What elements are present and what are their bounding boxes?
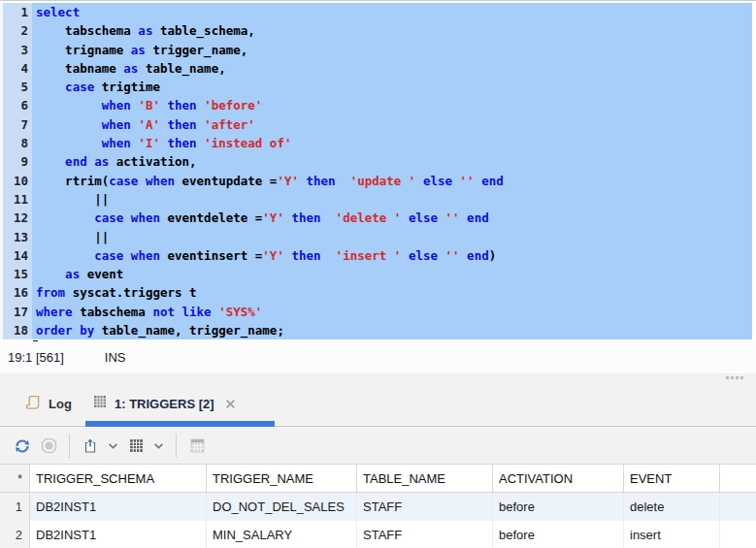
code-text: ||	[32, 190, 752, 209]
line-number: 4	[0, 59, 32, 78]
code-text: order by table_name, trigger_name;	[32, 321, 752, 339]
app-window: 1select2 tabschema as table_schema,3 tri…	[0, 0, 756, 548]
active-tab-underline	[85, 421, 275, 427]
table-cell[interactable]: MIN_SALARY	[207, 521, 357, 548]
line-number: 2	[0, 21, 32, 40]
editor-line[interactable]: 6 when 'B' then 'before'	[0, 96, 752, 114]
editor-line[interactable]: 13 ||	[0, 228, 752, 246]
code-text: from syscat.triggers t	[32, 283, 752, 302]
stop-button[interactable]	[39, 435, 58, 457]
line-number: 8	[0, 134, 32, 152]
editor-line[interactable]: 1select	[0, 3, 752, 21]
header-filler	[720, 465, 756, 492]
column-header[interactable]: TRIGGER_SCHEMA	[30, 465, 207, 492]
table-cell[interactable]: DB2INST1	[30, 521, 207, 548]
editor-line[interactable]: 14 case when eventinsert ='Y' then 'inse…	[0, 246, 752, 265]
data-grid-icon	[92, 394, 108, 413]
code-text: when 'A' then 'after'	[32, 115, 752, 134]
line-number: 15	[0, 265, 32, 283]
export-dropdown-chevron-icon[interactable]	[107, 435, 119, 457]
tab-log[interactable]: Log	[25, 391, 72, 416]
grid-view-button[interactable]	[126, 435, 146, 457]
results-table[interactable]: * TRIGGER_SCHEMATRIGGER_NAMETABLE_NAMEAC…	[0, 464, 756, 548]
editor-line[interactable]: 18order by table_name, trigger_name;	[0, 321, 752, 339]
row-number: 2	[0, 521, 30, 548]
row-filler	[720, 521, 756, 548]
editor-line[interactable]: 16from syscat.triggers t	[0, 283, 752, 302]
results-tool-window: Log 1: TRIGGERS [2]	[0, 373, 756, 548]
code-text: case when eventdelete ='Y' then 'delete …	[32, 209, 752, 227]
table-cell[interactable]: DO_NOT_DEL_SALES	[207, 493, 357, 521]
code-text: end as activation,	[32, 152, 752, 171]
code-text: tabschema as table_schema,	[32, 21, 752, 40]
column-header[interactable]: ACTIVATION	[493, 465, 624, 492]
table-cell[interactable]: STAFF	[357, 493, 493, 521]
row-gutter-header: *	[0, 465, 30, 492]
code-text: case trigtime	[32, 78, 752, 96]
toolbar-separator	[69, 434, 70, 458]
column-header[interactable]: EVENT	[624, 465, 720, 492]
column-header[interactable]: TRIGGER_NAME	[207, 465, 357, 492]
more-options-handle[interactable]	[726, 376, 743, 379]
editor-line[interactable]: 5 case trigtime	[0, 78, 752, 96]
editor-line[interactable]: 3 trigname as trigger_name,	[0, 41, 752, 59]
refresh-button[interactable]	[13, 435, 32, 457]
line-number: 3	[0, 41, 32, 59]
table-row[interactable]: 2DB2INST1MIN_SALARYSTAFFbeforeinsert	[0, 521, 756, 548]
row-number: 1	[0, 493, 30, 521]
caret-position-indicator: 19:1 [561]	[8, 350, 64, 365]
tab-triggers-label: 1: TRIGGERS [2]	[115, 397, 214, 411]
line-number: 9	[0, 152, 32, 171]
table-cell[interactable]: DB2INST1	[30, 493, 207, 521]
code-text: where tabschema not like 'SYS%'	[32, 303, 752, 321]
tab-triggers-result[interactable]: 1: TRIGGERS [2]	[92, 391, 236, 416]
line-number: 18	[0, 321, 32, 339]
code-text: ||	[32, 228, 752, 246]
editor-line[interactable]: 8 when 'I' then 'instead of'	[0, 134, 752, 152]
editor-status-bar: 19:1 [561] INS	[0, 341, 756, 373]
table-cell[interactable]: insert	[624, 521, 720, 548]
editor-line[interactable]: 12 case when eventdelete ='Y' then 'dele…	[0, 209, 752, 227]
table-header-row: * TRIGGER_SCHEMATRIGGER_NAMETABLE_NAMEAC…	[0, 465, 756, 493]
close-icon[interactable]	[225, 399, 236, 409]
sql-editor[interactable]: 1select2 tabschema as table_schema,3 tri…	[0, 0, 756, 341]
column-header[interactable]: TABLE_NAME	[357, 465, 493, 492]
editor-line[interactable]: 15 as event	[0, 265, 752, 283]
results-toolbar	[0, 428, 756, 464]
code-text: when 'I' then 'instead of'	[32, 134, 752, 152]
grid-dropdown-chevron-icon[interactable]	[152, 435, 165, 457]
line-number: 7	[0, 115, 32, 134]
table-cell[interactable]: delete	[624, 493, 720, 521]
line-number: 12	[0, 209, 32, 227]
results-tab-bar: Log 1: TRIGGERS [2]	[0, 388, 756, 427]
code-text: rtrim(case when eventupdate ='Y' then 'u…	[32, 172, 752, 190]
table-cell[interactable]: STAFF	[357, 521, 493, 548]
code-text: select	[32, 3, 752, 21]
editor-line[interactable]: 2 tabschema as table_schema,	[0, 21, 752, 40]
editor-line[interactable]: 4 tabname as table_name,	[0, 59, 752, 78]
table-cell[interactable]: before	[493, 521, 624, 548]
table-row[interactable]: 1DB2INST1DO_NOT_DEL_SALESSTAFFbeforedele…	[0, 493, 756, 521]
calculator-table-button[interactable]	[187, 435, 207, 457]
line-number: 17	[0, 303, 32, 321]
code-text: case when eventinsert ='Y' then 'insert …	[32, 246, 752, 265]
table-cell[interactable]: before	[493, 493, 624, 521]
line-number: 10	[0, 172, 32, 190]
editor-line[interactable]: 17where tabschema not like 'SYS%'	[0, 303, 752, 321]
code-text: when 'B' then 'before'	[32, 96, 752, 114]
editor-line[interactable]: 7 when 'A' then 'after'	[0, 115, 752, 134]
line-number: 16	[0, 283, 32, 302]
editor-line[interactable]: 10 rtrim(case when eventupdate ='Y' then…	[0, 172, 752, 190]
line-number: 13	[0, 228, 32, 246]
tab-log-label: Log	[49, 397, 72, 411]
row-filler	[720, 493, 756, 521]
line-number: 1	[0, 3, 32, 21]
code-lines[interactable]: 1select2 tabschema as table_schema,3 tri…	[0, 3, 752, 339]
line-number: 6	[0, 96, 32, 114]
insert-mode-indicator: INS	[105, 350, 126, 365]
line-number: 14	[0, 246, 32, 265]
export-button[interactable]	[81, 435, 100, 457]
line-number: 11	[0, 190, 32, 209]
editor-line[interactable]: 9 end as activation,	[0, 152, 752, 171]
editor-line[interactable]: 11 ||	[0, 190, 752, 209]
